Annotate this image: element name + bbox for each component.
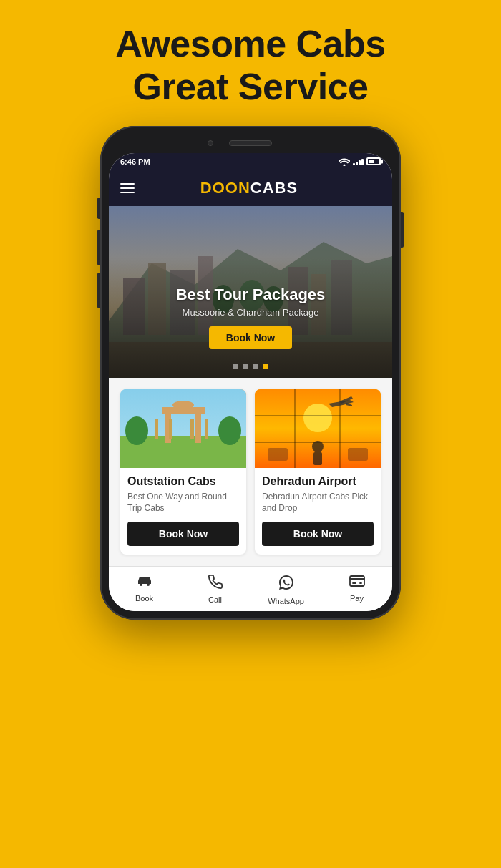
svg-point-23	[125, 416, 148, 445]
airport-scene-svg	[255, 389, 381, 468]
airport-cabs-card: Dehradun Airport Dehradun Airport Cabs P…	[255, 389, 381, 555]
nav-whatsapp-label: WhatsApp	[268, 597, 304, 605]
status-time: 6:46 PM	[120, 157, 150, 166]
car-icon	[136, 574, 153, 591]
hero-title: Best Tour Packages	[109, 286, 392, 304]
svg-point-31	[312, 441, 324, 452]
volume-down-button	[97, 273, 100, 308]
whatsapp-icon	[278, 574, 295, 594]
outstation-title: Outstation Cabs	[127, 475, 239, 488]
svg-point-24	[218, 416, 241, 445]
hero-book-now-button[interactable]: Book Now	[209, 326, 292, 349]
airport-title: Dehradun Airport	[262, 475, 374, 488]
volume-up-button	[97, 230, 100, 265]
status-icons	[339, 157, 381, 166]
svg-rect-37	[350, 576, 364, 586]
outstation-scene-svg	[120, 389, 246, 468]
nav-book[interactable]: Book	[109, 574, 180, 605]
svg-point-26	[303, 404, 332, 432]
svg-rect-34	[348, 448, 368, 461]
svg-rect-19	[155, 419, 158, 439]
nav-book-label: Book	[135, 594, 153, 603]
svg-rect-33	[268, 448, 288, 461]
svg-point-35	[140, 583, 142, 586]
services-section: Outstation Cabs Best One Way and Round T…	[109, 378, 392, 567]
svg-rect-20	[169, 419, 172, 439]
svg-rect-32	[313, 452, 322, 465]
nav-whatsapp[interactable]: WhatsApp	[250, 574, 321, 605]
carousel-dot-3[interactable]	[253, 364, 258, 369]
airport-cabs-image	[255, 389, 381, 468]
page-header: Awesome Cabs Great Service	[87, 0, 414, 126]
hero-content: Best Tour Packages Mussoorie & Chardham …	[109, 286, 392, 349]
outstation-cabs-card: Outstation Cabs Best One Way and Round T…	[120, 389, 246, 555]
app-title-cabs: CABS	[250, 179, 298, 197]
outstation-cabs-image	[120, 389, 246, 468]
svg-rect-21	[190, 419, 194, 439]
svg-point-18	[172, 401, 194, 409]
app-bar: DOONCABS	[109, 170, 392, 206]
hero-banner: Best Tour Packages Mussoorie & Chardham …	[109, 206, 392, 378]
power-button	[401, 212, 404, 248]
carousel-dot-4[interactable]	[263, 364, 268, 369]
services-grid: Outstation Cabs Best One Way and Round T…	[120, 389, 381, 555]
signal-icon	[353, 158, 364, 165]
nav-call[interactable]: Call	[180, 574, 250, 605]
carousel-dot-2[interactable]	[243, 364, 248, 369]
svg-rect-22	[205, 419, 208, 439]
app-title-doon: DOON	[200, 179, 250, 197]
outstation-cabs-body: Outstation Cabs Best One Way and Round T…	[120, 468, 246, 555]
earpiece-speaker	[229, 140, 272, 146]
status-bar: 6:46 PM	[109, 153, 392, 170]
carousel-dot-1[interactable]	[233, 364, 238, 369]
nav-pay-label: Pay	[350, 594, 364, 603]
nav-pay[interactable]: Pay	[321, 574, 392, 605]
airport-book-button[interactable]: Book Now	[262, 522, 374, 546]
phone-screen: 6:46 PM	[109, 153, 392, 612]
front-camera	[208, 140, 213, 146]
phone-call-icon	[208, 574, 223, 593]
svg-rect-16	[195, 411, 201, 443]
pay-icon	[349, 574, 366, 591]
app-title: DOONCABS	[135, 179, 364, 198]
wifi-icon	[339, 157, 350, 166]
hero-subtitle: Mussoorie & Chardham Package	[109, 307, 392, 318]
airport-desc: Dehradun Airport Cabs Pick and Drop	[262, 491, 374, 515]
outstation-book-button[interactable]: Book Now	[127, 522, 239, 546]
svg-point-36	[147, 583, 150, 586]
hamburger-menu[interactable]	[120, 183, 135, 193]
page-headline: Awesome Cabs Great Service	[115, 23, 385, 109]
outstation-desc: Best One Way and Round Trip Cabs	[127, 491, 239, 515]
phone-frame: 6:46 PM	[100, 126, 401, 620]
phone-top-bar	[109, 135, 392, 153]
carousel-dots	[109, 364, 392, 369]
side-button-1	[97, 198, 100, 219]
airport-cabs-body: Dehradun Airport Dehradun Airport Cabs P…	[255, 468, 381, 555]
nav-call-label: Call	[208, 595, 222, 604]
bottom-navigation: Book Call WhatsApp	[109, 566, 392, 611]
battery-icon	[366, 157, 381, 165]
